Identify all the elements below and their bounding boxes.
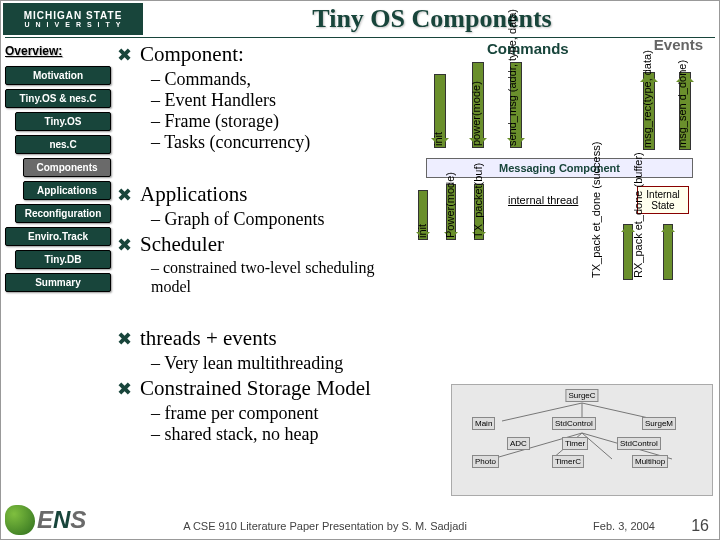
- footer-left: A CSE 910 Literature Paper Presentation …: [81, 520, 569, 532]
- bullet-threads: threads + events: [140, 326, 277, 351]
- page-number: 16: [679, 517, 709, 535]
- sidebar-item[interactable]: Tiny.OS: [15, 112, 111, 131]
- events-header: Events: [654, 36, 703, 53]
- arrow-group: init power(mode) send_msg (addr, type, d…: [426, 62, 703, 167]
- body: Overview: MotivationTiny.OS & nes.CTiny.…: [1, 38, 719, 498]
- bullet-icon: ✖: [117, 379, 132, 400]
- sidebar-item[interactable]: Components: [23, 158, 111, 177]
- bullet-apps: Applications: [140, 182, 247, 207]
- sidebar: Overview: MotivationTiny.OS & nes.CTiny.…: [1, 38, 115, 498]
- msu-logo: MICHIGAN STATE UNIVERSITY: [3, 3, 143, 35]
- sidebar-item[interactable]: Reconfiguration: [15, 204, 111, 223]
- bullet-icon: ✖: [117, 235, 132, 256]
- sidebar-item[interactable]: Summary: [5, 273, 111, 292]
- figure-messaging: Commands Events init power(mode) send_ms…: [402, 40, 713, 180]
- sidebar-item[interactable]: nes.C: [15, 135, 111, 154]
- sidebar-header: Overview:: [5, 44, 111, 58]
- sidebar-item[interactable]: Tiny.DB: [15, 250, 111, 269]
- footer: A CSE 910 Literature Paper Presentation …: [1, 517, 719, 535]
- slide: MICHIGAN STATE UNIVERSITY Tiny OS Compon…: [0, 0, 720, 540]
- bullet-icon: ✖: [117, 45, 132, 66]
- messaging-box: Messaging Component: [426, 158, 693, 178]
- sidebar-item[interactable]: Tiny.OS & nes.C: [5, 89, 111, 108]
- logo-line1: MICHIGAN STATE: [24, 10, 123, 21]
- sidebar-item[interactable]: Motivation: [5, 66, 111, 85]
- sidebar-item[interactable]: Applications: [23, 181, 111, 200]
- figure-surgec: SurgeC Main StdControl SurgeM ADC Timer …: [451, 384, 713, 496]
- figure-internal: init Power(mode) TX_packet(buf) internal…: [402, 184, 713, 324]
- titlebar: MICHIGAN STATE UNIVERSITY Tiny OS Compon…: [1, 1, 719, 37]
- bullet-icon: ✖: [117, 329, 132, 350]
- bullet-icon: ✖: [117, 185, 132, 206]
- content: ✖Component: – Commands,– Event Handlers–…: [115, 38, 719, 498]
- commands-header: Commands: [487, 40, 569, 57]
- sidebar-item[interactable]: Enviro.Track: [5, 227, 111, 246]
- bullet-storage: Constrained Storage Model: [140, 376, 371, 401]
- bullet-scheduler: Scheduler: [140, 232, 224, 257]
- bullet-component: Component:: [140, 42, 244, 67]
- footer-right: Feb. 3, 2004: [569, 520, 679, 532]
- slide-title: Tiny OS Components: [145, 4, 719, 34]
- logo-line2: UNIVERSITY: [24, 21, 126, 28]
